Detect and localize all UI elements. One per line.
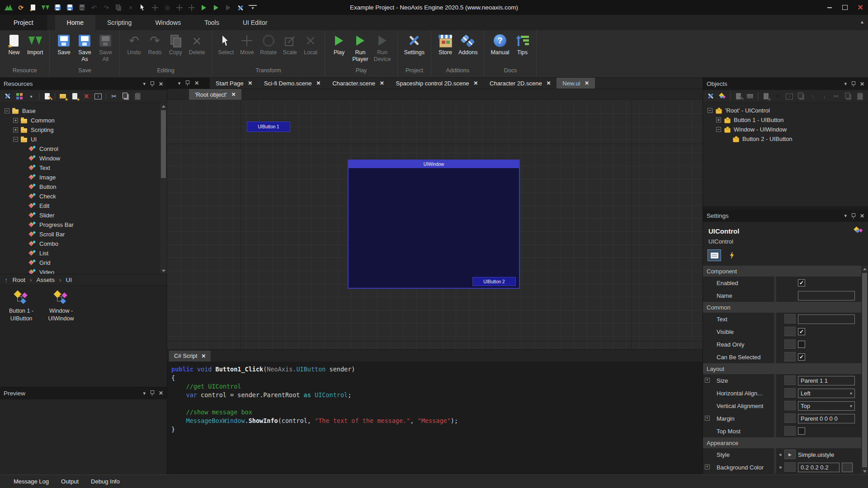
tree-item[interactable]: Progress Bar	[0, 220, 167, 230]
property-row[interactable]: + Horizontal Align... ▶ ✓ Left Left▾ Lef…	[703, 387, 861, 399]
color-swatch[interactable]	[842, 463, 853, 472]
property-row[interactable]: + Name ▶ ✓ ▾	[703, 289, 861, 302]
close-icon[interactable]: ✕	[860, 213, 864, 219]
ribbon-tab[interactable]: UI Editor	[231, 15, 279, 30]
tree-item[interactable]: + Scripting	[0, 125, 167, 135]
property-row[interactable]: + Enabled ▶ ✓ ▾	[703, 277, 861, 289]
tree-item[interactable]: Scroll Bar	[0, 230, 167, 239]
canvas-ui-button-1[interactable]: UIButton 1	[247, 122, 290, 132]
value-input[interactable]	[798, 314, 855, 324]
tab-close-icon[interactable]: ✕	[248, 80, 252, 86]
ui-design-canvas[interactable]: UIButton 1 UIWindow UIButton 2	[167, 100, 703, 349]
tree-expander[interactable]: −	[716, 127, 721, 132]
pin-icon[interactable]	[150, 390, 154, 396]
ribbon-button[interactable]: Copy	[165, 32, 186, 57]
new-component-icon[interactable]	[717, 91, 728, 101]
maximize-button[interactable]	[837, 0, 853, 15]
cut-icon[interactable]	[108, 91, 119, 101]
scrollbar[interactable]	[160, 103, 167, 274]
tree-expander[interactable]: +	[13, 118, 18, 123]
value-input[interactable]: Parent 0 0 0 0	[798, 414, 855, 423]
checkbox[interactable]: ✓	[798, 341, 805, 348]
ribbon-button[interactable]: Tips	[512, 32, 533, 57]
tree-item[interactable]: Text	[0, 163, 167, 173]
minimize-button[interactable]	[822, 0, 837, 15]
checkbox[interactable]: ✓	[798, 328, 805, 335]
tab-close-icon[interactable]: ✕	[316, 80, 321, 86]
ribbon-button[interactable]: Move	[236, 32, 257, 57]
tree-item[interactable]: List	[0, 249, 167, 258]
tree-item[interactable]: + Common	[0, 116, 167, 125]
tree-item[interactable]: Video	[0, 267, 167, 274]
canvas-ui-window[interactable]: UIWindow UIButton 2	[348, 160, 520, 289]
ribbon-tab[interactable]: Windows	[143, 15, 193, 30]
tree-item[interactable]: Edit	[0, 201, 167, 211]
default-value-box[interactable]	[784, 375, 796, 385]
property-row[interactable]: + Style ▶ ✓ Simple.uistyle Simple.uistyl…	[703, 448, 861, 461]
scroll-up-icon[interactable]	[160, 103, 167, 109]
tab-close-icon[interactable]: ✕	[547, 80, 551, 86]
checkbox[interactable]: ✓	[798, 427, 805, 435]
ribbon-tab[interactable]: Scripting	[95, 15, 143, 30]
code-editor[interactable]: public void Button1_Click(NeoAxis.UIButt…	[167, 361, 703, 474]
scroll-thumb[interactable]	[161, 110, 166, 178]
pin-icon[interactable]	[851, 213, 855, 219]
scroll-down-icon[interactable]	[861, 468, 868, 474]
tree-item[interactable]: Combo	[0, 239, 167, 249]
ribbon-button[interactable]: Local	[300, 32, 321, 57]
tree-item[interactable]: − Window - UIWindow	[703, 125, 868, 134]
pin-icon[interactable]	[851, 81, 855, 87]
close-icon[interactable]: ✕	[860, 81, 864, 87]
breadcrumb-item[interactable]: Assets	[37, 277, 61, 283]
scrollbar[interactable]	[861, 266, 868, 474]
document-tab[interactable]: New.ui ✕	[557, 78, 595, 89]
tab-close-icon[interactable]: ✕	[473, 80, 478, 86]
asset-tile[interactable]: Window - UIWindow	[42, 290, 80, 323]
ribbon-button[interactable]: Play	[329, 32, 349, 57]
object-tab[interactable]: 'Root object' ✕	[189, 89, 241, 100]
filter-shapes-icon[interactable]	[14, 91, 25, 101]
property-row[interactable]: + Visible ▶ ✓ ▾	[703, 325, 861, 338]
tab-close-icon[interactable]: ✕	[380, 80, 384, 86]
scroll-down-icon[interactable]	[160, 267, 167, 274]
events-tab-button[interactable]	[725, 249, 739, 261]
scroll-thumb[interactable]	[862, 273, 867, 467]
default-value-box[interactable]	[784, 462, 796, 472]
close-icon[interactable]: ✕	[159, 81, 163, 87]
close-icon[interactable]: ✕	[194, 80, 199, 86]
delete-icon[interactable]	[81, 91, 92, 101]
property-row[interactable]: + Size ▶ ✓ Parent 1 1 Parent 1 1▾ Parent…	[703, 374, 861, 387]
chevron-down-icon[interactable]: ▾	[143, 390, 146, 396]
status-bar-item[interactable]: Debug Info	[91, 478, 120, 485]
property-row[interactable]: + Top Most ▶ ✓ ▾	[703, 425, 861, 437]
property-row[interactable]: + Common ▶ ✓ ▾	[703, 302, 861, 313]
chevron-up-icon[interactable]: ▴	[861, 19, 863, 25]
tree-expander[interactable]: −	[5, 108, 9, 113]
value-input[interactable]	[798, 291, 855, 300]
tree-item[interactable]: Button	[0, 182, 167, 192]
default-value-box[interactable]	[784, 401, 796, 410]
expand-toggle[interactable]: +	[705, 465, 710, 469]
tree-item[interactable]: Window	[0, 154, 167, 163]
value-input[interactable]: 0.2 0.2 0.2	[798, 463, 840, 472]
value-select[interactable]: Top▾	[798, 401, 855, 411]
breadcrumb-item[interactable]: UI	[66, 277, 72, 283]
chevron-down-icon[interactable]: ▾	[844, 81, 847, 87]
document-tab[interactable]: Sci-fi Demo.scene ✕	[258, 78, 326, 89]
ribbon-button[interactable]: Rotate	[257, 32, 279, 57]
rename-icon[interactable]	[93, 91, 104, 101]
property-row[interactable]: + Layout ▶ ✓ ▾	[703, 363, 861, 374]
tree-expander[interactable]: +	[13, 127, 18, 132]
asset-tile[interactable]: Button 1 - UIButton	[3, 290, 40, 323]
options-wrench-icon[interactable]	[2, 91, 13, 101]
document-tab[interactable]: Start Page ✕	[210, 78, 258, 89]
default-value-box[interactable]	[784, 314, 796, 324]
ribbon-button[interactable]: Delete	[186, 32, 208, 57]
tree-item[interactable]: Control	[0, 144, 167, 154]
ribbon-button[interactable]: Run Player	[349, 32, 371, 64]
ribbon-tab[interactable]: Home	[55, 15, 95, 30]
property-row[interactable]: + Can Be Selected ▶ ✓ ▾	[703, 351, 861, 363]
ribbon-button[interactable]: Manual	[488, 32, 512, 57]
tree-item[interactable]: Grid	[0, 258, 167, 267]
ribbon-button[interactable]: Undo	[123, 32, 144, 57]
